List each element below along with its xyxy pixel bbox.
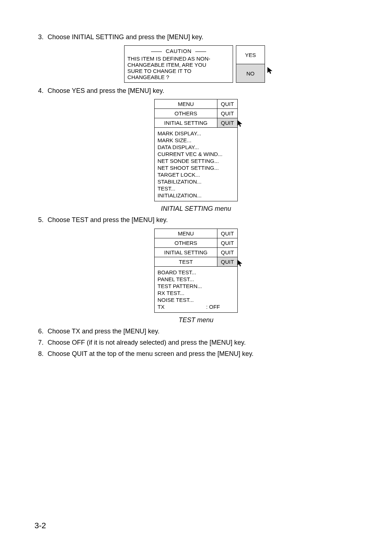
menu-item[interactable]: PANEL TEST... — [158, 276, 234, 283]
menu-item[interactable]: NET SONDE SETTING... — [158, 157, 234, 164]
cursor-icon — [236, 259, 244, 267]
menu-item[interactable]: INITIALIZATION... — [158, 192, 234, 199]
caution-title: CAUTION — [166, 48, 192, 54]
cursor-icon — [266, 66, 274, 74]
quit-button[interactable]: QUIT — [217, 109, 237, 118]
menu-item[interactable]: BOARD TEST... — [158, 269, 234, 276]
step-3: Choose INITIAL SETTING and press the [ME… — [45, 33, 358, 42]
caution-body-line: THIS ITEM IS DEFINED AS NON- — [127, 56, 230, 62]
no-button[interactable]: NO — [236, 64, 265, 82]
menu-item[interactable]: MARK DISPLAY... — [158, 130, 234, 137]
menu-item[interactable]: DATA DISPLAY... — [158, 144, 234, 151]
menu-row-label: INITIAL SETTING — [155, 118, 217, 127]
yes-no-box: YES NO — [236, 45, 265, 83]
quit-button[interactable]: QUIT — [217, 99, 237, 108]
caution-body-line: SURE TO CHANGE IT TO CHANGEABLE ? — [127, 68, 230, 80]
tx-label: TX — [158, 304, 164, 310]
step-5: Choose TEST and press the [MENU] key. — [45, 216, 358, 225]
menu-item[interactable]: NET SHOOT SETTING... — [158, 164, 234, 171]
caution-box: CAUTION THIS ITEM IS DEFINED AS NON- CHA… — [124, 45, 233, 83]
figure-caption: TEST menu — [34, 316, 358, 324]
caution-dialog: CAUTION THIS ITEM IS DEFINED AS NON- CHA… — [124, 45, 268, 83]
menu-row-label: INITIAL SETTING — [155, 248, 217, 257]
menu-item[interactable]: TEST... — [158, 185, 234, 192]
test-menu: MENU QUIT OTHERS QUIT INITIAL SETTING QU… — [154, 229, 238, 313]
step-6: Choose TX and press the [MENU] key. — [45, 327, 358, 336]
quit-button[interactable]: QUIT — [217, 118, 237, 127]
tx-value: : OFF — [206, 304, 220, 310]
menu-item[interactable]: MARK SIZE... — [158, 137, 234, 144]
menu-row-label: TEST — [155, 257, 217, 266]
step-7: Choose OFF (if it is not already selecte… — [45, 338, 358, 347]
step-4: Choose YES and press the [MENU] key. — [45, 86, 358, 95]
step-8: Choose QUIT at the top of the menu scree… — [45, 349, 358, 358]
menu-item[interactable]: TARGET LOCK... — [158, 171, 234, 178]
figure-caption: INITIAL SETTING menu — [34, 205, 358, 213]
initial-setting-menu: MENU QUIT OTHERS QUIT INITIAL SETTING QU… — [154, 99, 238, 201]
menu-item-list: BOARD TEST... PANEL TEST... TEST PATTERN… — [155, 267, 237, 312]
menu-item[interactable]: NOISE TEST... — [158, 296, 234, 303]
menu-item-list: MARK DISPLAY... MARK SIZE... DATA DISPLA… — [155, 128, 237, 201]
quit-button[interactable]: QUIT — [217, 248, 237, 257]
menu-row-label: OTHERS — [155, 238, 217, 247]
quit-button[interactable]: QUIT — [217, 238, 237, 247]
quit-button[interactable]: QUIT — [217, 229, 237, 238]
menu-row-label: MENU — [155, 99, 217, 108]
menu-item[interactable]: TEST PATTERN... — [158, 283, 234, 290]
menu-row-label: OTHERS — [155, 109, 217, 118]
yes-button[interactable]: YES — [236, 46, 265, 64]
caution-body-line: CHANGEABLE ITEM, ARE YOU — [127, 62, 230, 68]
menu-item-tx[interactable]: TX : OFF — [158, 303, 234, 310]
quit-button[interactable]: QUIT — [217, 257, 237, 266]
page-number: 3-2 — [34, 521, 46, 530]
menu-row-label: MENU — [155, 229, 217, 238]
menu-item[interactable]: STABILIZATION... — [158, 178, 234, 185]
cursor-icon — [236, 119, 244, 127]
menu-item[interactable]: CURRENT VEC & WIND... — [158, 151, 234, 157]
menu-item[interactable]: RX TEST... — [158, 290, 234, 296]
